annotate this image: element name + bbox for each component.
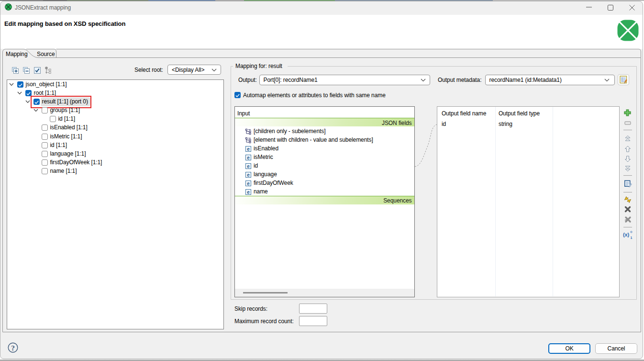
svg-text:e: e bbox=[247, 155, 250, 160]
svg-text:1: 1 bbox=[631, 236, 633, 239]
svg-text:e: e bbox=[247, 146, 250, 151]
svg-text:e: e bbox=[247, 189, 250, 194]
svg-text:e: e bbox=[247, 180, 250, 186]
svg-text:e: e bbox=[247, 172, 250, 177]
svg-text:e: e bbox=[247, 163, 250, 169]
svg-text:(x): (x) bbox=[623, 232, 630, 237]
svg-text:?: ? bbox=[11, 344, 15, 352]
